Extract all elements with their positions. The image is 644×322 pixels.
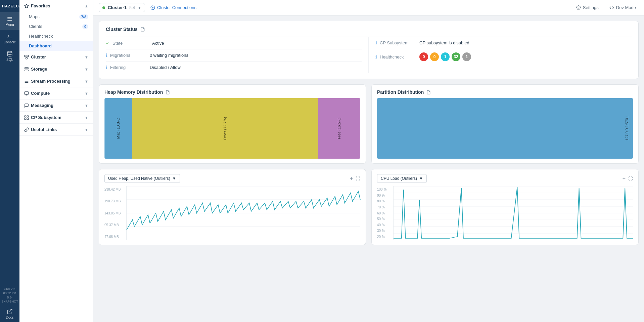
used-heap-actions: + (350, 175, 360, 182)
compute-icon (24, 91, 29, 96)
connections-icon (150, 5, 155, 10)
app-logo: HAZELCAST (2, 4, 17, 8)
cluster-selector[interactable]: Cluster-1 5.4 ▼ (99, 3, 145, 12)
heap-title: Heap Memory Distribution (104, 89, 360, 95)
cluster-status-doc-icon[interactable] (140, 27, 145, 32)
partition-card: Partition Distribution 127.0.0.1:5701 (371, 84, 639, 164)
state-value: Active (152, 41, 164, 46)
svg-marker-6 (25, 4, 29, 8)
rail-timestamp: 24/03/11 03:22 PM 5.5-SNAPSHOT (0, 285, 19, 306)
cp-chevron: ▼ (85, 116, 88, 120)
used-heap-select[interactable]: Used Heap, Used Native (Outliers) ▼ (104, 174, 180, 183)
used-heap-yaxis: 238.42 MB 190.73 MB 143.05 MB 95.37 MB 4… (104, 186, 126, 240)
svg-rect-9 (26, 57, 28, 59)
cluster-connections[interactable]: Cluster Connections (150, 5, 196, 10)
content-area: Cluster Status ✓ State Active ℹ Migratio… (93, 15, 644, 322)
cpu-load-plot (393, 186, 633, 240)
hc-badge-yellow: 0 (430, 52, 439, 61)
cluster-status-title: Cluster Status (106, 27, 632, 32)
cluster-status-card: Cluster Status ✓ State Active ℹ Migratio… (99, 21, 639, 79)
compute-chevron: ▼ (85, 91, 88, 95)
cluster-dropdown-icon: ▼ (138, 6, 141, 10)
rail-console-label: Console (4, 40, 16, 44)
logo-area: HAZELCAST (0, 0, 19, 12)
state-check-icon: ✓ (106, 40, 110, 46)
rail-sql-label: SQL (6, 58, 13, 62)
used-heap-card: Used Heap, Used Native (Outliers) ▼ + 23… (99, 169, 366, 245)
sql-icon (7, 51, 13, 57)
rail-bottom: 24/03/11 03:22 PM 5.5-SNAPSHOT Docs (0, 285, 19, 322)
used-heap-plot (126, 186, 360, 240)
stream-chevron: ▼ (85, 79, 88, 83)
sidebar-item-maps[interactable]: Maps 7/8 (19, 12, 93, 22)
sidebar-item-clients[interactable]: Clients 0 (19, 22, 93, 31)
used-heap-sparkline (127, 186, 360, 240)
partition-title: Partition Distribution (377, 89, 633, 95)
migrations-row: ℹ Migrations 0 waiting migrations (106, 49, 362, 62)
cpu-load-header: CPU Load (Outliers) ▼ + (377, 174, 633, 183)
filtering-value: Disabled / Allow (150, 65, 181, 70)
settings-button[interactable]: Settings (573, 3, 601, 12)
hc-badge-red: 0 (419, 52, 428, 61)
cpu-load-actions: + (623, 175, 633, 182)
sidebar-cp-header[interactable]: CP Subsystem ▼ (19, 112, 93, 123)
sidebar-storage-header[interactable]: Storage ▼ (19, 63, 93, 75)
cluster-status-dot (102, 6, 105, 9)
filtering-row: ℹ Filtering Disabled / Allow (106, 62, 362, 73)
maps-badge: 7/8 (79, 14, 88, 19)
svg-point-4 (7, 51, 12, 53)
sidebar-compute-header[interactable]: Compute ▼ (19, 87, 93, 99)
sidebar-item-healthcheck[interactable]: Healthcheck (19, 31, 93, 41)
clients-badge: 0 (82, 24, 88, 29)
cluster-name: Cluster-1 (108, 5, 127, 10)
used-heap-header: Used Heap, Used Native (Outliers) ▼ + (104, 174, 360, 183)
cluster-chevron: ▼ (85, 55, 88, 59)
star-icon (24, 4, 29, 8)
svg-rect-18 (27, 118, 29, 120)
rail-docs[interactable]: Docs (0, 306, 19, 322)
svg-rect-11 (25, 70, 29, 71)
heap-doc-icon[interactable] (166, 90, 170, 94)
sidebar-item-dashboard[interactable]: Dashboard (19, 41, 93, 51)
sidebar-section-cluster: Cluster ▼ (19, 51, 93, 63)
charts-row-top: Heap Memory Distribution Map (10.8%) Oth… (99, 84, 639, 164)
top-header: Cluster-1 5.4 ▼ Cluster Connections Sett… (93, 0, 644, 15)
partition-node-label: 127.0.0.1:5701 (625, 116, 629, 140)
filtering-label: Filtering (110, 65, 147, 70)
cluster-connections-label: Cluster Connections (157, 5, 196, 10)
sidebar-cluster-header[interactable]: Cluster ▼ (19, 51, 93, 63)
svg-rect-16 (27, 116, 29, 117)
used-heap-add-icon[interactable]: + (350, 175, 353, 182)
svg-point-22 (578, 7, 579, 8)
used-heap-expand-icon[interactable] (356, 176, 360, 181)
dev-mode-button[interactable]: Dev Mode (607, 3, 639, 12)
messaging-chevron: ▼ (85, 104, 88, 108)
main-area: Cluster-1 5.4 ▼ Cluster Connections Sett… (93, 0, 644, 322)
sidebar-stream-header[interactable]: Stream Processing ▼ (19, 75, 93, 87)
sidebar-section-messaging: Messaging ▼ (19, 99, 93, 112)
sidebar-messaging-header[interactable]: Messaging ▼ (19, 99, 93, 111)
used-heap-chevron: ▼ (172, 176, 176, 181)
migrations-info-icon: ℹ (106, 53, 107, 58)
console-icon (7, 33, 13, 39)
cpu-load-add-icon[interactable]: + (623, 175, 626, 182)
link-icon (24, 127, 29, 132)
sidebar-favorites-header[interactable]: Favorites ▲ (19, 0, 93, 12)
messaging-icon (24, 103, 29, 108)
rail-console[interactable]: Console (0, 30, 19, 47)
healthcheck-label: Healthcheck (380, 54, 417, 59)
rail-menu[interactable]: Menu (0, 12, 19, 30)
cpu-load-select[interactable]: CPU Load (Outliers) ▼ (377, 174, 427, 183)
storage-icon (24, 67, 29, 72)
healthcheck-badges: 0 0 1 32 1 (419, 52, 471, 61)
cpu-load-expand-icon[interactable] (628, 176, 633, 181)
heap-map-segment: Map (10.8%) (104, 98, 132, 159)
partition-chart: 127.0.0.1:5701 (377, 98, 633, 159)
rail-sql[interactable]: SQL (0, 47, 19, 65)
dev-mode-label: Dev Mode (616, 5, 636, 10)
sidebar-links-header[interactable]: Useful Links ▼ (19, 124, 93, 135)
partition-doc-icon[interactable] (426, 90, 431, 94)
settings-icon (576, 5, 581, 10)
favorites-chevron: ▲ (85, 4, 88, 8)
svg-rect-15 (25, 116, 26, 117)
